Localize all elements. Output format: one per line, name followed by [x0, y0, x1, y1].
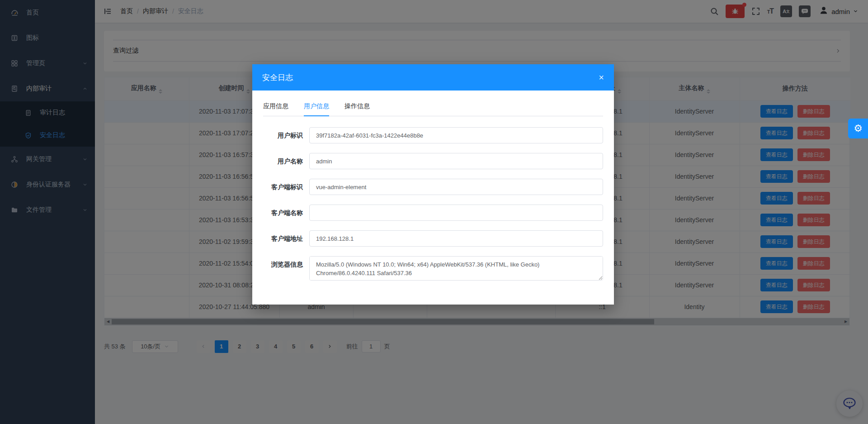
close-icon[interactable]: × [599, 73, 604, 82]
form-row: 浏览器信息 [263, 256, 603, 281]
form-row: 客户端地址 [263, 230, 603, 247]
field-label: 客户端名称 [263, 205, 303, 221]
form-row: 客户端名称 [263, 205, 603, 221]
form-row: 用户名称 [263, 153, 603, 169]
field-label: 客户端地址 [263, 230, 303, 247]
field-label: 用户名称 [263, 153, 303, 169]
field-input[interactable] [309, 127, 603, 143]
field-input[interactable] [309, 256, 603, 281]
modal-body: 应用信息用户信息操作信息 用户标识用户名称客户端标识客户端名称客户端地址浏览器信… [252, 91, 614, 281]
field-input[interactable] [309, 205, 603, 221]
field-input[interactable] [309, 153, 603, 169]
modal-tab[interactable]: 应用信息 [263, 102, 288, 116]
field-input[interactable] [309, 230, 603, 247]
modal-title: 安全日志 [262, 72, 293, 83]
modal-tabs: 应用信息用户信息操作信息 [263, 102, 603, 116]
field-label: 客户端标识 [263, 179, 303, 195]
field-input[interactable] [309, 179, 603, 195]
field-label: 用户标识 [263, 127, 303, 143]
gear-icon: ⚙ [854, 123, 863, 134]
security-log-modal: 安全日志 × 应用信息用户信息操作信息 用户标识用户名称客户端标识客户端名称客户… [252, 64, 614, 305]
form-row: 用户标识 [263, 127, 603, 143]
modal-form: 用户标识用户名称客户端标识客户端名称客户端地址浏览器信息 [263, 127, 603, 281]
field-label: 浏览器信息 [263, 256, 303, 272]
form-row: 客户端标识 [263, 179, 603, 195]
settings-button[interactable]: ⚙ [848, 119, 868, 138]
modal-tab[interactable]: 用户信息 [304, 102, 329, 116]
modal-tab[interactable]: 操作信息 [344, 102, 370, 116]
modal-header: 安全日志 × [252, 64, 614, 91]
